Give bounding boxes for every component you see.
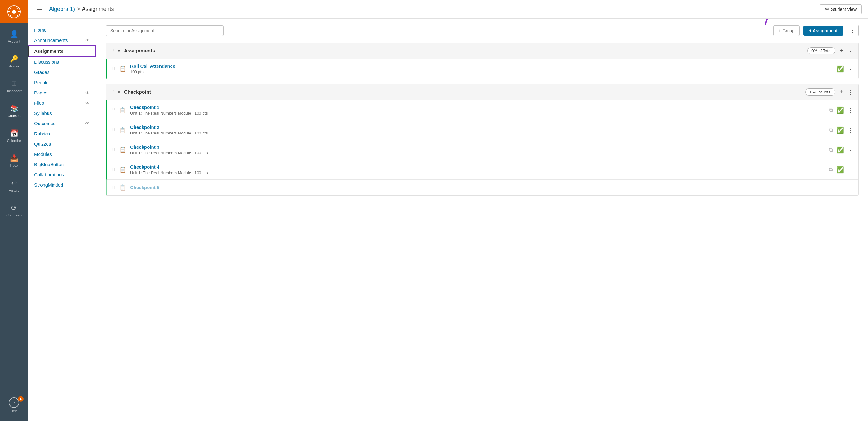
assignment-title-link[interactable]: Roll Call Attendance <box>130 63 175 69</box>
sidebar-link-strongminded[interactable]: StrongMinded <box>28 180 96 190</box>
assignment-meta: Unit 1: The Real Numbers Module | 100 pt… <box>130 131 476 135</box>
group-more-button[interactable]: ⋮ <box>848 47 854 54</box>
sidebar-link-quizzes[interactable]: Quizzes <box>28 139 96 149</box>
sidebar-link-outcomes[interactable]: Outcomes 👁 <box>28 118 96 129</box>
inbox-icon: 📥 <box>10 154 18 162</box>
group-add-assignment-button[interactable]: + <box>838 47 845 54</box>
group-collapse-icon[interactable]: ▼ <box>117 90 121 94</box>
assignment-meta: Unit 1: The Real Numbers Module | 100 pt… <box>130 170 476 175</box>
main-wrapper: ☰ Algebra 1) > Assignments 👁 Student Vie… <box>28 0 868 421</box>
nav-item-courses[interactable]: 📚 Courses <box>0 99 28 124</box>
sidebar-link-home[interactable]: Home <box>28 25 96 35</box>
app-logo[interactable] <box>0 0 28 23</box>
add-assignment-button[interactable]: + Assignment <box>803 26 843 36</box>
sidebar-link-collaborations[interactable]: Collaborations <box>28 169 96 180</box>
sidebar-link-grades[interactable]: Grades <box>28 67 96 77</box>
row-drag-handle[interactable]: ⠿ <box>112 185 115 190</box>
row-more-button[interactable]: ⋮ <box>848 66 854 72</box>
sidebar-link-announcements[interactable]: Announcements 👁 <box>28 35 96 45</box>
student-view-button[interactable]: 👁 Student View <box>819 4 862 14</box>
sidebar-link-modules[interactable]: Modules <box>28 149 96 159</box>
nav-item-help[interactable]: ? Help 6 <box>0 393 28 418</box>
table-row: ⠿ 📋 Checkpoint 1 Unit 1: The Real Number… <box>106 100 858 120</box>
pages-visibility-icon[interactable]: 👁 <box>86 90 90 95</box>
row-more-button[interactable]: ⋮ <box>848 107 854 114</box>
sidebar-link-files[interactable]: Files 👁 <box>28 98 96 108</box>
assignment-group-assignments: ⠿ ▼ Assignments 0% of Total + ⋮ ⠿ 📋 Roll… <box>105 42 859 79</box>
published-check-icon: ✅ <box>836 106 844 114</box>
row-drag-handle[interactable]: ⠿ <box>112 128 115 132</box>
svg-line-8 <box>17 7 19 9</box>
sidebar-link-pages[interactable]: Pages 👁 <box>28 88 96 98</box>
announcements-visibility-icon[interactable]: 👁 <box>86 38 90 43</box>
nav-item-admin[interactable]: 🔑 Admin <box>0 50 28 74</box>
nav-item-commons[interactable]: ⟳ Commons <box>0 198 28 223</box>
assignment-title-link[interactable]: Checkpoint 5 <box>130 185 159 190</box>
sidebar-link-discussions[interactable]: Discussions <box>28 57 96 67</box>
help-icon: ? <box>9 397 19 408</box>
assignments-toolbar: + Group + Assignment ⋮ <box>105 25 859 36</box>
course-sidebar: Home Announcements 👁 Assignments Discuss… <box>28 19 96 421</box>
published-check-icon: ✅ <box>836 65 844 73</box>
add-group-button[interactable]: + Group <box>773 26 800 36</box>
history-icon: ↩ <box>11 179 17 187</box>
top-header: ☰ Algebra 1) > Assignments 👁 Student Vie… <box>28 0 868 19</box>
breadcrumb-course-link[interactable]: Algebra 1) <box>49 6 75 12</box>
svg-point-1 <box>12 10 16 14</box>
copy-icon[interactable]: ⧉ <box>829 167 833 173</box>
row-more-button[interactable]: ⋮ <box>848 127 854 133</box>
published-check-icon: ✅ <box>836 166 844 173</box>
breadcrumb-current: Assignments <box>82 6 114 12</box>
nav-item-calendar[interactable]: 📅 Calendar <box>0 124 28 149</box>
content-area: Home Announcements 👁 Assignments Discuss… <box>28 19 868 421</box>
table-row: ⠿ 📋 Checkpoint 4 Unit 1: The Real Number… <box>106 160 858 180</box>
hamburger-button[interactable]: ☰ <box>34 4 45 14</box>
row-more-button[interactable]: ⋮ <box>848 166 854 173</box>
toolbar-more-button[interactable]: ⋮ <box>847 25 859 36</box>
assignment-icon: 📋 <box>119 127 126 133</box>
assignment-title-link[interactable]: Checkpoint 3 <box>130 144 159 150</box>
row-content: Roll Call Attendance 100 pts <box>130 63 480 74</box>
copy-icon[interactable]: ⧉ <box>829 127 833 133</box>
assignment-icon: 📋 <box>119 66 126 72</box>
group-add-assignment-button[interactable]: + <box>838 89 845 96</box>
nav-item-dashboard[interactable]: ⊞ Dashboard <box>0 74 28 99</box>
sidebar-link-people[interactable]: People <box>28 77 96 88</box>
row-content: Checkpoint 3 Unit 1: The Real Numbers Mo… <box>130 144 476 155</box>
svg-line-7 <box>17 14 19 17</box>
nav-item-inbox[interactable]: 📥 Inbox <box>0 149 28 173</box>
group-more-button[interactable]: ⋮ <box>848 89 854 96</box>
commons-icon: ⟳ <box>11 204 17 212</box>
row-drag-handle[interactable]: ⠿ <box>112 66 115 71</box>
row-drag-handle[interactable]: ⠿ <box>112 108 115 112</box>
row-drag-handle[interactable]: ⠿ <box>112 148 115 152</box>
search-input[interactable] <box>105 26 224 36</box>
copy-icon[interactable]: ⧉ <box>829 107 833 113</box>
student-view-icon: 👁 <box>825 7 829 12</box>
sidebar-link-assignments[interactable]: Assignments <box>28 45 96 57</box>
copy-icon[interactable]: ⧉ <box>829 147 833 153</box>
group-title-checkpoint: Checkpoint <box>124 89 151 95</box>
sidebar-link-syllabus[interactable]: Syllabus <box>28 108 96 118</box>
nav-item-account[interactable]: 👤 Account <box>0 25 28 50</box>
group-drag-handle[interactable]: ⠿ <box>111 48 114 54</box>
global-nav: 👤 Account 🔑 Admin ⊞ Dashboard 📚 Courses … <box>0 0 28 421</box>
sidebar-link-rubrics[interactable]: Rubrics <box>28 129 96 139</box>
group-title-assignments: Assignments <box>124 48 155 54</box>
group-drag-handle[interactable]: ⠿ <box>111 90 114 95</box>
assignment-title-link[interactable]: Checkpoint 2 <box>130 125 159 130</box>
assignment-title-link[interactable]: Checkpoint 1 <box>130 105 159 110</box>
svg-line-9 <box>9 14 11 17</box>
assignment-meta: 100 pts <box>130 69 480 74</box>
group-badge-checkpoint: 15% of Total <box>805 89 835 96</box>
assignment-title-link[interactable]: Checkpoint 4 <box>130 164 159 169</box>
nav-item-history[interactable]: ↩ History <box>0 173 28 198</box>
group-header-checkpoint: ⠿ ▼ Checkpoint 15% of Total + ⋮ <box>106 84 858 100</box>
outcomes-visibility-icon[interactable]: 👁 <box>86 121 90 126</box>
group-collapse-icon[interactable]: ▼ <box>117 49 121 53</box>
row-more-button[interactable]: ⋮ <box>848 147 854 153</box>
assignment-icon: 📋 <box>119 107 126 114</box>
sidebar-link-bigbluebutton[interactable]: BigBlueButton <box>28 159 96 169</box>
files-visibility-icon[interactable]: 👁 <box>86 101 90 105</box>
row-drag-handle[interactable]: ⠿ <box>112 167 115 172</box>
